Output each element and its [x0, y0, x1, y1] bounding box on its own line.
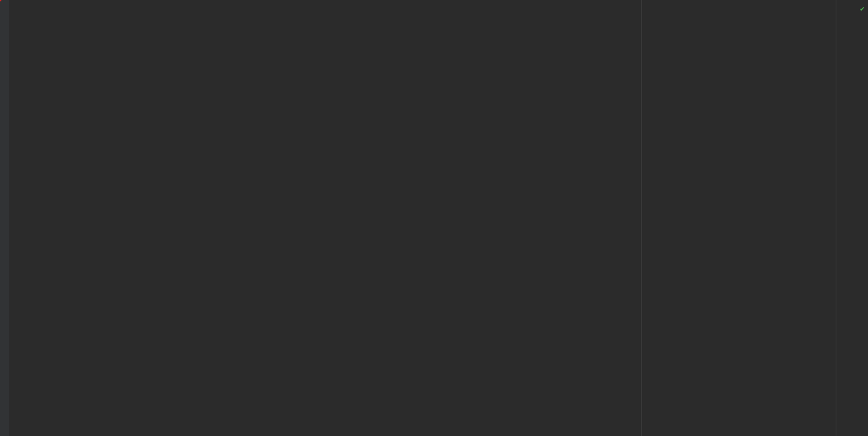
gutter: [0, 0, 9, 436]
ruler-line: [641, 0, 642, 436]
code-editor[interactable]: ✔: [0, 0, 868, 436]
status-ok-icon: ✔: [860, 7, 865, 12]
code-area[interactable]: [9, 0, 868, 436]
ruler-line-2: [836, 0, 836, 436]
